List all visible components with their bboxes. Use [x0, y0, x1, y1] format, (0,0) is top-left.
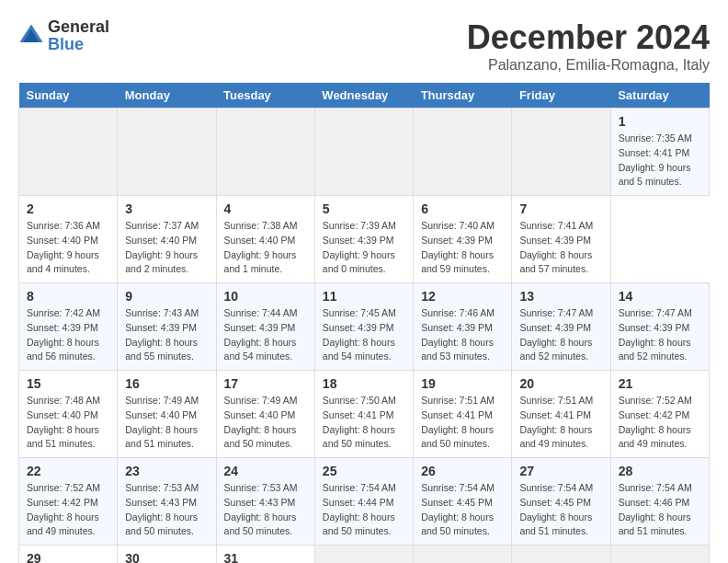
day-detail: Sunrise: 7:39 AM Sunset: 4:39 PM Dayligh…	[323, 219, 405, 277]
day-detail: Sunrise: 7:51 AM Sunset: 4:41 PM Dayligh…	[519, 394, 602, 452]
calendar-cell: 31 Sunrise: 7:55 AM Sunset: 4:48 PM Dayl…	[216, 546, 314, 564]
day-detail: Sunrise: 7:53 AM Sunset: 4:43 PM Dayligh…	[224, 481, 307, 539]
day-of-week-header: Friday	[512, 83, 610, 109]
day-number: 29	[27, 551, 109, 563]
day-number: 25	[323, 464, 405, 478]
calendar-cell: 23 Sunrise: 7:53 AM Sunset: 4:43 PM Dayl…	[118, 458, 216, 546]
day-number: 6	[421, 201, 504, 216]
day-number: 18	[323, 376, 405, 391]
calendar-cell: 2 Sunrise: 7:36 AM Sunset: 4:40 PM Dayli…	[19, 196, 118, 283]
calendar-cell: 8 Sunrise: 7:42 AM Sunset: 4:39 PM Dayli…	[19, 283, 118, 371]
day-number: 1	[619, 114, 701, 129]
calendar-week-row: 15 Sunrise: 7:48 AM Sunset: 4:40 PM Dayl…	[19, 371, 710, 458]
day-number: 4	[224, 201, 307, 216]
calendar-cell: 21 Sunrise: 7:52 AM Sunset: 4:42 PM Dayl…	[610, 371, 709, 458]
calendar-cell: 27 Sunrise: 7:54 AM Sunset: 4:45 PM Dayl…	[512, 458, 610, 546]
day-detail: Sunrise: 7:47 AM Sunset: 4:39 PM Dayligh…	[519, 306, 602, 364]
days-header-row: SundayMondayTuesdayWednesdayThursdayFrid…	[19, 83, 710, 109]
day-number: 9	[125, 289, 208, 304]
calendar-cell	[216, 109, 314, 196]
day-detail: Sunrise: 7:51 AM Sunset: 4:41 PM Dayligh…	[421, 394, 504, 452]
day-number: 14	[619, 289, 701, 304]
calendar-cell	[414, 109, 512, 196]
day-detail: Sunrise: 7:38 AM Sunset: 4:40 PM Dayligh…	[224, 219, 307, 277]
calendar-cell: 17 Sunrise: 7:49 AM Sunset: 4:40 PM Dayl…	[216, 371, 314, 458]
day-number: 28	[619, 464, 701, 478]
calendar-cell: 11 Sunrise: 7:45 AM Sunset: 4:39 PM Dayl…	[314, 283, 413, 371]
day-detail: Sunrise: 7:54 AM Sunset: 4:45 PM Dayligh…	[421, 481, 504, 539]
calendar-cell	[512, 546, 610, 564]
day-number: 5	[323, 201, 405, 216]
day-detail: Sunrise: 7:50 AM Sunset: 4:41 PM Dayligh…	[323, 394, 405, 452]
day-detail: Sunrise: 7:45 AM Sunset: 4:39 PM Dayligh…	[323, 306, 405, 364]
calendar-cell: 20 Sunrise: 7:51 AM Sunset: 4:41 PM Dayl…	[512, 371, 610, 458]
day-number: 15	[27, 376, 109, 391]
day-detail: Sunrise: 7:43 AM Sunset: 4:39 PM Dayligh…	[125, 306, 208, 364]
day-detail: Sunrise: 7:47 AM Sunset: 4:39 PM Dayligh…	[619, 306, 701, 364]
day-of-week-header: Saturday	[610, 83, 709, 109]
day-detail: Sunrise: 7:52 AM Sunset: 4:42 PM Dayligh…	[619, 394, 701, 452]
calendar-table: SundayMondayTuesdayWednesdayThursdayFrid…	[18, 83, 710, 563]
day-number: 13	[519, 289, 602, 304]
calendar-cell: 10 Sunrise: 7:44 AM Sunset: 4:39 PM Dayl…	[216, 283, 314, 371]
calendar-cell: 28 Sunrise: 7:54 AM Sunset: 4:46 PM Dayl…	[610, 458, 709, 546]
day-detail: Sunrise: 7:54 AM Sunset: 4:45 PM Dayligh…	[519, 481, 602, 539]
calendar-cell: 25 Sunrise: 7:54 AM Sunset: 4:44 PM Dayl…	[314, 458, 413, 546]
day-number: 24	[224, 464, 307, 478]
day-number: 31	[224, 551, 307, 563]
day-number: 12	[421, 289, 504, 304]
calendar-cell: 24 Sunrise: 7:53 AM Sunset: 4:43 PM Dayl…	[216, 458, 314, 546]
day-detail: Sunrise: 7:48 AM Sunset: 4:40 PM Dayligh…	[27, 394, 109, 452]
calendar-cell: 30 Sunrise: 7:55 AM Sunset: 4:48 PM Dayl…	[118, 546, 216, 564]
day-detail: Sunrise: 7:36 AM Sunset: 4:40 PM Dayligh…	[27, 219, 109, 277]
day-number: 27	[519, 464, 602, 478]
day-of-week-header: Thursday	[414, 83, 512, 109]
day-of-week-header: Monday	[118, 83, 216, 109]
calendar-week-row: 8 Sunrise: 7:42 AM Sunset: 4:39 PM Dayli…	[19, 283, 710, 371]
calendar-cell: 5 Sunrise: 7:39 AM Sunset: 4:39 PM Dayli…	[314, 196, 413, 283]
day-detail: Sunrise: 7:37 AM Sunset: 4:40 PM Dayligh…	[125, 219, 208, 277]
calendar-cell: 12 Sunrise: 7:46 AM Sunset: 4:39 PM Dayl…	[414, 283, 512, 371]
day-detail: Sunrise: 7:54 AM Sunset: 4:46 PM Dayligh…	[619, 481, 701, 539]
day-number: 19	[421, 376, 504, 391]
day-number: 23	[125, 464, 208, 478]
day-of-week-header: Sunday	[19, 83, 118, 109]
calendar-week-row: 29 Sunrise: 7:55 AM Sunset: 4:47 PM Dayl…	[19, 546, 710, 564]
day-number: 21	[619, 376, 701, 391]
calendar-cell: 18 Sunrise: 7:50 AM Sunset: 4:41 PM Dayl…	[314, 371, 413, 458]
day-detail: Sunrise: 7:41 AM Sunset: 4:39 PM Dayligh…	[519, 219, 602, 277]
day-number: 10	[224, 289, 307, 304]
calendar-cell	[414, 546, 512, 564]
day-number: 7	[519, 201, 602, 216]
calendar-cell: 1 Sunrise: 7:35 AM Sunset: 4:41 PM Dayli…	[610, 109, 709, 196]
day-number: 11	[323, 289, 405, 304]
calendar-cell: 6 Sunrise: 7:40 AM Sunset: 4:39 PM Dayli…	[414, 196, 512, 283]
header: General Blue December 2024 Palanzano, Em…	[18, 18, 710, 74]
day-detail: Sunrise: 7:42 AM Sunset: 4:39 PM Dayligh…	[27, 306, 109, 364]
day-detail: Sunrise: 7:40 AM Sunset: 4:39 PM Dayligh…	[421, 219, 504, 277]
day-detail: Sunrise: 7:52 AM Sunset: 4:42 PM Dayligh…	[27, 481, 109, 539]
day-detail: Sunrise: 7:49 AM Sunset: 4:40 PM Dayligh…	[224, 394, 307, 452]
day-number: 8	[27, 289, 109, 304]
day-detail: Sunrise: 7:54 AM Sunset: 4:44 PM Dayligh…	[323, 481, 405, 539]
calendar-cell: 29 Sunrise: 7:55 AM Sunset: 4:47 PM Dayl…	[19, 546, 118, 564]
calendar-week-row: 2 Sunrise: 7:36 AM Sunset: 4:40 PM Dayli…	[19, 196, 710, 283]
calendar-cell	[314, 546, 413, 564]
day-number: 22	[27, 464, 109, 478]
day-number: 2	[27, 201, 109, 216]
calendar-week-row: 22 Sunrise: 7:52 AM Sunset: 4:42 PM Dayl…	[19, 458, 710, 546]
day-of-week-header: Tuesday	[216, 83, 314, 109]
day-number: 17	[224, 376, 307, 391]
calendar-cell: 26 Sunrise: 7:54 AM Sunset: 4:45 PM Dayl…	[414, 458, 512, 546]
calendar-cell	[19, 109, 118, 196]
calendar-cell: 3 Sunrise: 7:37 AM Sunset: 4:40 PM Dayli…	[118, 196, 216, 283]
calendar-cell: 16 Sunrise: 7:49 AM Sunset: 4:40 PM Dayl…	[118, 371, 216, 458]
calendar-cell: 15 Sunrise: 7:48 AM Sunset: 4:40 PM Dayl…	[19, 371, 118, 458]
day-number: 20	[519, 376, 602, 391]
day-of-week-header: Wednesday	[314, 83, 413, 109]
subtitle: Palanzano, Emilia-Romagna, Italy	[467, 57, 710, 74]
calendar-cell	[512, 109, 610, 196]
calendar-cell	[610, 546, 709, 564]
logo-general-text: General	[48, 17, 109, 36]
day-detail: Sunrise: 7:49 AM Sunset: 4:40 PM Dayligh…	[125, 394, 208, 452]
